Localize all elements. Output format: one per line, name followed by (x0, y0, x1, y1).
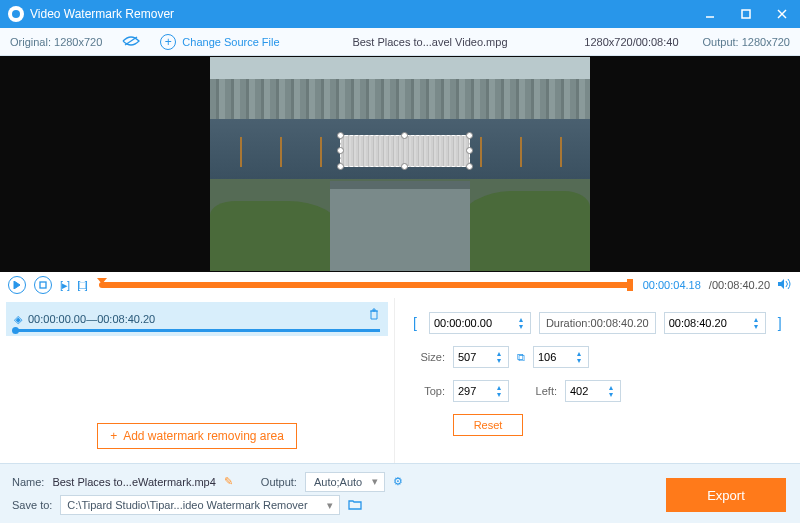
save-path-select[interactable]: C:\Tipard Studio\Tipar...ideo Watermark … (60, 495, 340, 515)
preview-toggle-icon[interactable] (112, 35, 150, 49)
add-area-button[interactable]: + Add watermark removing area (97, 423, 297, 449)
seek-thumb[interactable] (97, 278, 107, 292)
output-bar: Name: Best Places to...eWatermark.mp4 ✎ … (0, 463, 800, 523)
top-field[interactable]: ▴▾ (453, 380, 509, 402)
video-frame (210, 57, 590, 271)
eraser-icon: ◈ (14, 313, 22, 326)
svg-marker-8 (778, 279, 784, 289)
properties-panel: [ ▴▾ Duration:00:08:40.20 ▴▾ ] Size: ▴▾ … (395, 298, 800, 463)
source-dimensions-time: 1280x720/00:08:40 (570, 36, 692, 48)
segment-start: 00:00:00.00 (28, 313, 86, 325)
segment-item[interactable]: ◈ 00:00:00.00 — 00:08:40.20 (6, 302, 388, 336)
original-dimensions: Original: 1280x720 (0, 36, 112, 48)
change-source-button[interactable]: + Change Source File (150, 34, 289, 50)
stop-button[interactable] (34, 276, 52, 294)
width-field[interactable]: ▴▾ (453, 346, 509, 368)
total-time: /00:08:40.20 (709, 279, 770, 291)
chevron-down-icon: ▾ (372, 475, 378, 488)
reset-button[interactable]: Reset (453, 414, 523, 436)
resize-handle-n[interactable] (401, 132, 408, 139)
source-filename: Best Places to...avel Video.mpg (290, 36, 571, 48)
resize-handle-ne[interactable] (466, 132, 473, 139)
delete-segment-icon[interactable] (368, 308, 380, 322)
segment-range-bar[interactable] (14, 329, 380, 332)
range-end-bracket[interactable]: ] (774, 315, 786, 331)
edit-name-icon[interactable]: ✎ (224, 475, 233, 488)
open-folder-icon[interactable] (348, 499, 362, 512)
svg-marker-6 (14, 281, 20, 289)
left-label: Left: (517, 385, 557, 397)
current-time: 00:00:04.18 (643, 279, 701, 291)
spin-down[interactable]: ▾ (494, 391, 504, 398)
resize-handle-sw[interactable] (337, 163, 344, 170)
spin-down[interactable]: ▾ (751, 323, 761, 330)
resize-handle-e[interactable] (466, 147, 473, 154)
output-name: Best Places to...eWatermark.mp4 (52, 476, 215, 488)
plus-icon: + (110, 429, 117, 443)
set-end-button[interactable]: [□] (77, 279, 87, 291)
spin-down[interactable]: ▾ (606, 391, 616, 398)
range-start-bracket[interactable]: [ (409, 315, 421, 331)
range-start-field[interactable]: ▴▾ (429, 312, 531, 334)
link-aspect-icon[interactable]: ⧉ (517, 351, 525, 364)
app-logo (8, 6, 24, 22)
top-label: Top: (409, 385, 445, 397)
minimize-button[interactable] (692, 0, 728, 28)
volume-icon[interactable] (778, 278, 792, 292)
change-source-label: Change Source File (182, 36, 279, 48)
app-title: Video Watermark Remover (30, 7, 174, 21)
maximize-button[interactable] (728, 0, 764, 28)
save-to-label: Save to: (12, 499, 52, 511)
resize-handle-w[interactable] (337, 147, 344, 154)
svg-point-0 (12, 10, 20, 18)
playback-controls: [▸] [□] 00:00:04.18/00:08:40.20 (0, 272, 800, 298)
close-button[interactable] (764, 0, 800, 28)
output-label: Output: (261, 476, 297, 488)
size-label: Size: (409, 351, 445, 363)
spin-down[interactable]: ▾ (574, 357, 584, 364)
name-label: Name: (12, 476, 44, 488)
set-start-button[interactable]: [▸] (60, 279, 69, 292)
spin-down[interactable]: ▾ (494, 357, 504, 364)
add-area-label: Add watermark removing area (123, 429, 284, 443)
svg-rect-7 (40, 282, 46, 288)
spin-down[interactable]: ▾ (516, 323, 526, 330)
output-format-select[interactable]: Auto;Auto ▾ (305, 472, 385, 492)
resize-handle-nw[interactable] (337, 132, 344, 139)
seek-bar[interactable] (99, 282, 631, 288)
resize-handle-se[interactable] (466, 163, 473, 170)
watermark-selection-box[interactable] (340, 135, 470, 167)
svg-rect-2 (742, 10, 750, 18)
chevron-down-icon: ▾ (327, 499, 333, 512)
titlebar: Video Watermark Remover (0, 0, 800, 28)
output-settings-icon[interactable]: ⚙ (393, 475, 403, 488)
duration-box: Duration:00:08:40.20 (539, 312, 656, 334)
output-dimensions: Output: 1280x720 (693, 36, 800, 48)
seek-end-marker[interactable] (627, 279, 633, 291)
range-end-field[interactable]: ▴▾ (664, 312, 766, 334)
play-button[interactable] (8, 276, 26, 294)
plus-icon: + (160, 34, 176, 50)
height-field[interactable]: ▴▾ (533, 346, 589, 368)
segment-end: 00:08:40.20 (97, 313, 155, 325)
segments-panel: ◈ 00:00:00.00 — 00:08:40.20 + Add waterm… (0, 298, 395, 463)
left-field[interactable]: ▴▾ (565, 380, 621, 402)
info-toolbar: Original: 1280x720 + Change Source File … (0, 28, 800, 56)
resize-handle-s[interactable] (401, 163, 408, 170)
export-button[interactable]: Export (666, 478, 786, 512)
video-preview[interactable] (0, 56, 800, 272)
